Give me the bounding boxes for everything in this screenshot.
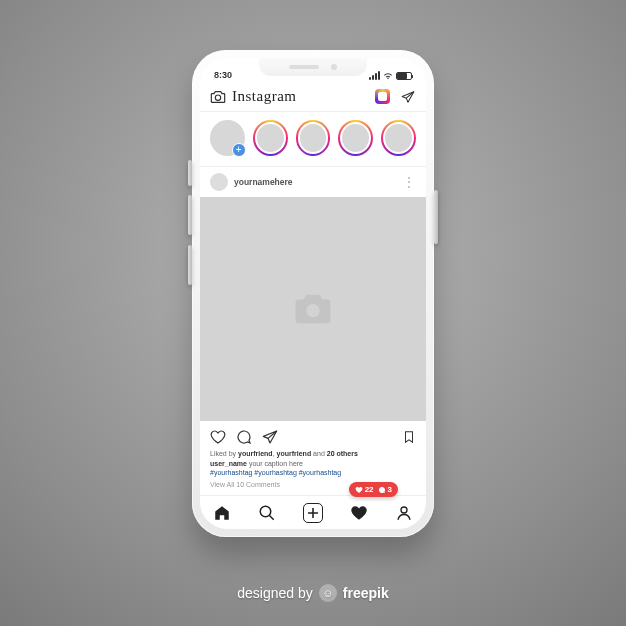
post-avatar[interactable] [210,173,228,191]
hashtags[interactable]: #yourhashtag #yourhashtag #yourhashtag [210,468,416,477]
volume-down-button [188,245,192,285]
tab-bar: 22 3 [200,495,426,529]
post-image[interactable] [200,197,426,421]
wifi-icon [383,72,393,80]
phone-frame: 8:30 Instagram [192,50,434,537]
likes-line[interactable]: Liked by yourfriend, yourfriend and 20 o… [210,449,416,458]
post-header: yournamehere ⋮ [200,167,426,197]
speech-icon [378,486,386,494]
post-more-icon[interactable]: ⋮ [403,175,416,189]
post-username[interactable]: yournamehere [234,177,293,187]
story-item[interactable] [253,120,288,156]
story-item[interactable] [338,120,373,156]
battery-icon [396,72,412,80]
comment-icon[interactable] [236,429,252,445]
cellular-signal-icon [369,71,380,80]
screen: 8:30 Instagram [200,58,426,529]
svg-point-0 [215,95,220,100]
post-actions [200,421,426,449]
svg-point-1 [306,304,319,317]
story-item[interactable] [381,120,416,156]
likes-notification: 22 [355,485,374,494]
camera-placeholder-icon [294,293,332,325]
home-tab-icon[interactable] [213,504,231,522]
igtv-icon[interactable] [375,89,390,104]
direct-messages-icon[interactable] [400,90,416,104]
caption-line: user_name your caption here [210,459,416,468]
volume-up-button [188,195,192,235]
bookmark-icon[interactable] [402,429,416,445]
search-tab-icon[interactable] [258,504,276,522]
mute-switch [188,160,192,186]
power-button [434,190,438,244]
app-header: Instagram [200,82,426,112]
freepik-logo-icon: ☺ [319,584,337,602]
heart-icon [355,486,363,494]
notch [259,58,367,76]
share-icon[interactable] [262,429,278,445]
comments-notification: 3 [378,485,392,494]
front-camera [331,64,337,70]
app-logo: Instagram [232,88,296,105]
your-story[interactable] [210,120,245,156]
notification-bubble[interactable]: 22 3 [349,482,398,497]
camera-icon[interactable] [210,90,226,104]
add-post-tab-icon[interactable] [303,503,323,523]
clock: 8:30 [214,70,232,80]
story-item[interactable] [296,120,331,156]
svg-point-2 [260,506,271,517]
activity-tab-icon[interactable] [350,504,368,522]
svg-point-3 [401,507,407,513]
speaker [289,65,319,69]
profile-tab-icon[interactable] [395,504,413,522]
stories-row [200,112,426,167]
like-icon[interactable] [210,429,226,445]
attribution: designed by ☺ freepik [0,584,626,602]
